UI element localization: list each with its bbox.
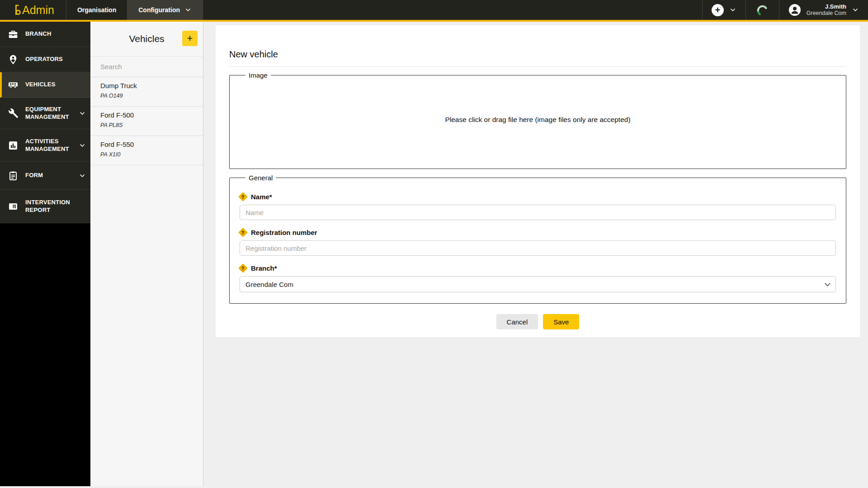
vehicle-name: Dump Truck <box>100 82 193 89</box>
avatar-icon <box>788 4 801 16</box>
name-field-group: ? Name* <box>240 193 836 220</box>
sidebar-item-label: ACTIVITIES MANAGEMENT <box>25 138 72 153</box>
general-fieldset: General ? Name* ? Registration number <box>229 174 846 304</box>
branch-field-label-row: ? Branch* <box>240 264 836 272</box>
help-icon[interactable]: ? <box>238 263 248 273</box>
user-organisation: Greendale Com <box>807 10 846 17</box>
vehicle-name: Ford F-500 <box>100 111 193 119</box>
chevron-down-icon <box>79 110 86 117</box>
menu-item-label: Organisation <box>77 6 116 14</box>
sidebar-item-equipment-management[interactable]: EQUIPMENT MANAGEMENT <box>0 98 90 129</box>
branch-field-label: Branch* <box>251 264 277 272</box>
plus-circle-icon[interactable]: + <box>712 4 724 16</box>
sidebar-item-intervention-report[interactable]: INTERVENTION REPORT <box>0 190 90 223</box>
chevron-down-icon[interactable] <box>729 6 736 14</box>
sidebar-item-operators[interactable]: OPERATORS <box>0 47 90 72</box>
topbar-right: + J.Smith Greendale Com <box>702 0 868 20</box>
branch-select-wrap: Greendale Com <box>240 276 836 292</box>
vehicles-panel: Vehicles + Dump Truck PA O149 Ford F-500… <box>90 22 203 486</box>
chevron-down-icon <box>852 6 859 14</box>
vehicle-registration: PA PL8S <box>100 122 193 128</box>
help-icon[interactable]: ? <box>238 228 248 237</box>
gauge-arc-icon[interactable] <box>755 3 770 17</box>
vehicle-search-row <box>90 56 203 77</box>
main-content: New vehicle Image Please click or drag f… <box>203 22 868 486</box>
map-pin-icon <box>8 54 19 65</box>
save-button[interactable]: Save <box>543 314 579 329</box>
vehicle-registration: PA O149 <box>100 93 193 99</box>
vehicle-registration: PA X1I0 <box>100 151 193 158</box>
user-menu[interactable]: J.Smith Greendale Com <box>779 0 868 20</box>
general-legend: General <box>245 174 276 182</box>
sidebar-item-activities-management[interactable]: ACTIVITIES MANAGEMENT <box>0 129 90 162</box>
cancel-button[interactable]: Cancel <box>496 314 538 329</box>
chevron-down-icon <box>184 6 192 14</box>
user-name: J.Smith <box>807 3 846 10</box>
status-section <box>745 0 779 20</box>
menu-item-label: Configuration <box>138 6 180 14</box>
vehicle-list: Dump Truck PA O149 Ford F-500 PA PL8S Fo… <box>90 77 203 486</box>
branch-field-group: ? Branch* Greendale Com <box>240 264 836 292</box>
panel-title: Vehicles <box>129 33 164 44</box>
quick-add-section: + <box>702 0 745 20</box>
menu-item-configuration[interactable]: Configuration <box>127 0 203 20</box>
form-actions: Cancel Save <box>229 314 846 329</box>
image-dropzone[interactable]: Please click or drag file here (image fi… <box>240 82 836 158</box>
topbar: Admin Organisation Configuration + <box>0 0 868 22</box>
registration-input[interactable] <box>240 240 836 256</box>
bar-chart-icon <box>8 140 19 151</box>
help-icon[interactable]: ? <box>238 192 248 202</box>
registration-field-group: ? Registration number <box>240 229 836 256</box>
sidebar-item-vehicles[interactable]: VEHICLES <box>0 72 90 98</box>
sidebar-item-branch[interactable]: BRANCH <box>0 22 90 47</box>
sidebar-item-label: INTERVENTION REPORT <box>25 199 86 214</box>
sidebar-item-form[interactable]: FORM <box>0 162 90 190</box>
name-field-label: Name* <box>251 193 272 201</box>
image-legend: Image <box>245 71 271 79</box>
vehicle-name: Ford F-550 <box>100 141 193 148</box>
vehicle-list-item[interactable]: Ford F-500 PA PL8S <box>90 107 203 136</box>
user-info: J.Smith Greendale Com <box>807 3 846 17</box>
registration-field-label: Registration number <box>251 229 317 236</box>
clipboard-icon <box>8 170 19 181</box>
image-fieldset: Image Please click or drag file here (im… <box>229 71 846 169</box>
new-vehicle-card: New vehicle Image Please click or drag f… <box>216 25 860 337</box>
report-card-icon <box>8 201 19 212</box>
logo-text: Admin <box>22 4 54 17</box>
chevron-down-icon <box>79 142 86 149</box>
add-vehicle-button[interactable]: + <box>182 31 198 46</box>
menu-item-organisation[interactable]: Organisation <box>66 0 127 20</box>
sidebar-item-label: FORM <box>25 172 72 179</box>
sidebar-item-label: BRANCH <box>25 30 86 38</box>
sidebar: BRANCH OPERATORS VEHICLES <box>0 22 90 486</box>
top-menu: Organisation Configuration <box>66 0 203 20</box>
wrench-icon <box>8 108 19 119</box>
registration-field-label-row: ? Registration number <box>240 229 836 236</box>
briefcase-icon <box>8 29 19 40</box>
name-field-label-row: ? Name* <box>240 193 836 201</box>
vehicles-panel-header: Vehicles + <box>90 22 203 56</box>
vehicle-list-item[interactable]: Dump Truck PA O149 <box>90 77 203 107</box>
sidebar-item-label: EQUIPMENT MANAGEMENT <box>25 106 72 121</box>
branch-select[interactable]: Greendale Com <box>240 276 836 292</box>
vehicle-list-item[interactable]: Ford F-550 PA X1I0 <box>90 136 203 165</box>
main-layout: BRANCH OPERATORS VEHICLES <box>0 22 868 486</box>
sidebar-item-label: OPERATORS <box>25 56 86 63</box>
page-title: New vehicle <box>229 49 846 60</box>
sidebar-item-label: VEHICLES <box>25 81 86 89</box>
name-input[interactable] <box>240 205 836 220</box>
chevron-down-icon <box>79 172 86 179</box>
title-divider <box>229 66 846 67</box>
app-logo[interactable]: Admin <box>0 0 66 20</box>
truck-icon <box>8 80 19 90</box>
vehicle-search-input[interactable] <box>100 63 193 70</box>
logo-b-icon <box>14 4 21 16</box>
